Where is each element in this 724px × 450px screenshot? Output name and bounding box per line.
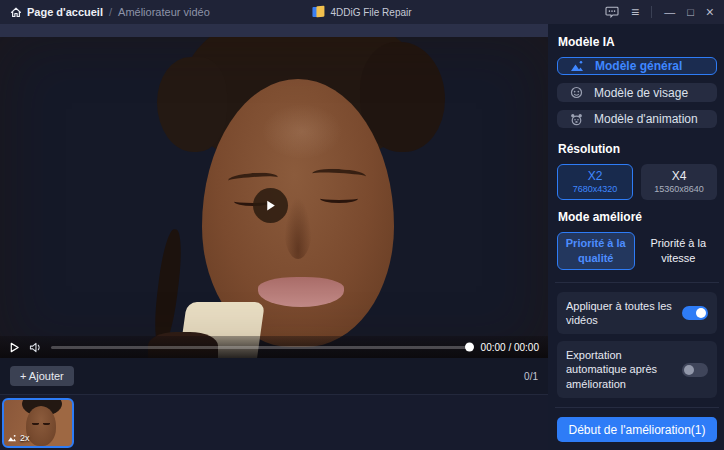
video-counter: 0/1 (524, 371, 538, 382)
play-button[interactable] (9, 342, 20, 353)
window-controls-divider (651, 6, 652, 18)
mode-options: Priorité à la qualité Priorité à la vite… (557, 232, 717, 270)
auto-export-row: Exportation automatique après améliorati… (557, 341, 717, 398)
model-option-general-label: Modèle général (595, 59, 682, 73)
breadcrumb-home-label: Page d'accueil (27, 6, 103, 18)
mode-option-quality[interactable]: Priorité à la qualité (557, 232, 635, 270)
sidebar-divider-top (555, 282, 719, 283)
mode-section-title: Mode amélioré (558, 210, 717, 224)
breadcrumb-current: Améliorateur vidéo (118, 6, 210, 18)
model-option-face-label: Modèle de visage (594, 86, 688, 100)
resolution-section-title: Résolution (558, 142, 717, 156)
face-model-icon (570, 86, 583, 99)
model-option-general[interactable]: Modèle général (557, 57, 717, 75)
resolution-options: X2 7680x4320 X4 15360x8640 (557, 164, 717, 200)
settings-sidebar: Modèle IA Modèle général Modèle de visag… (548, 24, 724, 450)
app-window: Page d'accueil / Améliorateur vidéo 4DDi… (0, 0, 724, 450)
thumbnail-badge-label: 2x (20, 433, 30, 443)
window-controls: ≡ — □ × (605, 5, 714, 19)
player-panel-header-strip (0, 24, 548, 37)
add-video-button[interactable]: + Ajouter (10, 366, 74, 386)
video-controls-bar: 00:00 / 00:00 (0, 336, 548, 358)
resolution-x2-label: X2 (588, 169, 603, 184)
app-title-label: 4DDiG File Repair (330, 7, 411, 18)
minimize-icon[interactable]: — (664, 7, 675, 18)
mode-option-speed[interactable]: Priorité à la vitesse (640, 232, 718, 270)
resolution-x4-sublabel: 15360x8640 (654, 184, 704, 195)
sidebar-footer: Début de l'amélioration(1) (557, 405, 717, 442)
resolution-x2-sublabel: 7680x4320 (573, 184, 618, 195)
feedback-icon[interactable] (605, 6, 619, 18)
home-icon (10, 6, 22, 18)
auto-export-toggle[interactable] (682, 363, 708, 377)
apply-all-videos-row: Appliquer à toutes les vidéos (557, 292, 717, 335)
model-option-animation-label: Modèle d'animation (594, 112, 698, 126)
app-title: 4DDiG File Repair (312, 6, 411, 18)
volume-icon[interactable] (29, 342, 42, 353)
resolution-option-x4[interactable]: X4 15360x8640 (641, 164, 717, 200)
menu-icon[interactable]: ≡ (631, 5, 639, 19)
model-section-title: Modèle IA (558, 35, 717, 49)
animation-model-icon (570, 113, 583, 126)
add-video-row: + Ajouter 0/1 (0, 358, 548, 394)
image-icon (7, 434, 17, 442)
maximize-icon[interactable]: □ (687, 7, 694, 18)
breadcrumb: Page d'accueil / Améliorateur vidéo (10, 6, 210, 18)
player-panel: 00:00 / 00:00 + Ajouter 0/1 (0, 24, 548, 450)
play-overlay-button[interactable] (253, 188, 288, 223)
progress-knob[interactable] (465, 343, 474, 352)
play-icon (264, 199, 277, 212)
close-icon[interactable]: × (706, 5, 714, 19)
model-option-animation[interactable]: Modèle d'animation (557, 110, 717, 128)
app-logo-icon (312, 6, 325, 18)
model-option-face[interactable]: Modèle de visage (557, 83, 717, 101)
general-model-icon (570, 60, 584, 72)
breadcrumb-separator: / (109, 6, 112, 18)
start-enhancement-button[interactable]: Début de l'amélioration(1) (557, 417, 717, 442)
video-preview[interactable]: 00:00 / 00:00 (0, 37, 548, 358)
resolution-x4-label: X4 (672, 169, 687, 184)
sidebar-divider-bottom (555, 407, 719, 408)
auto-export-label: Exportation automatique après améliorati… (566, 348, 674, 391)
apply-all-videos-label: Appliquer à toutes les vidéos (566, 299, 674, 328)
breadcrumb-home[interactable]: Page d'accueil (10, 6, 103, 18)
title-bar: Page d'accueil / Améliorateur vidéo 4DDi… (0, 0, 724, 24)
video-thumbnail-selected[interactable]: 2x (2, 398, 74, 448)
apply-all-videos-toggle[interactable] (682, 306, 708, 320)
thumbnail-badge: 2x (7, 433, 30, 443)
thumbnail-strip: 2x (0, 394, 548, 450)
resolution-option-x2[interactable]: X2 7680x4320 (557, 164, 633, 200)
time-display: 00:00 / 00:00 (481, 342, 539, 353)
progress-bar[interactable] (51, 346, 472, 349)
